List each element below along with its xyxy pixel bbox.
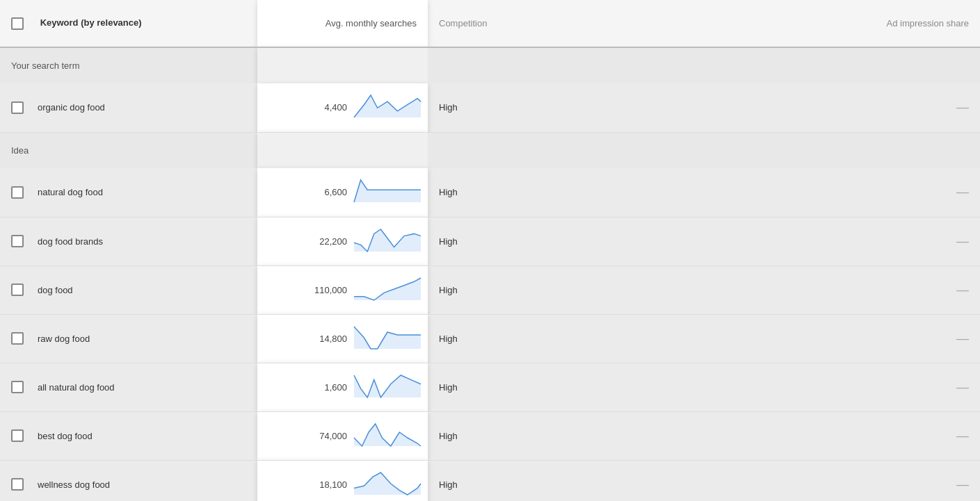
row-checkbox[interactable] (11, 381, 24, 393)
keyword-text: organic dog food (38, 102, 105, 113)
searches-cell: 110,000 (257, 265, 428, 314)
table-row[interactable]: wellness dog food 18,100 High — (0, 460, 980, 501)
section-header-row: Your search term (0, 47, 980, 83)
ad-column-header[interactable]: Ad impression share (636, 0, 980, 47)
sparkline-chart (353, 228, 422, 255)
competition-cell: High (428, 265, 636, 314)
searches-cell: 74,000 (257, 411, 428, 460)
competition-cell: High (428, 314, 636, 363)
keyword-cell: natural dog food (0, 168, 257, 217)
ad-cell: — (636, 460, 980, 501)
keyword-cell: organic dog food (0, 83, 257, 132)
section-competition-cell (428, 47, 636, 83)
keyword-cell: best dog food (0, 411, 257, 460)
searches-cell: 4,400 (257, 83, 428, 132)
row-checkbox[interactable] (11, 332, 24, 345)
keyword-text: dog food (38, 285, 73, 295)
searches-cell: 6,600 (257, 168, 428, 217)
searches-number: 6,600 (309, 187, 347, 197)
keyword-text: dog food brands (38, 236, 103, 247)
sparkline-chart (353, 94, 422, 121)
table-row[interactable]: dog food 110,000 High — (0, 265, 980, 314)
searches-cell: 14,800 (257, 314, 428, 363)
searches-number: 1,600 (309, 382, 347, 393)
searches-number: 4,400 (309, 102, 347, 113)
searches-cell: 1,600 (257, 363, 428, 411)
competition-col-label: Competition (439, 18, 487, 28)
sparkline-chart (353, 277, 422, 304)
ad-cell: — (636, 83, 980, 132)
searches-col-label: Avg. monthly searches (326, 18, 417, 28)
keyword-planner-table: Keyword (by relevance) Avg. monthly sear… (0, 0, 980, 501)
sparkline-chart (353, 325, 422, 352)
keyword-text: natural dog food (38, 187, 103, 197)
sparkline-chart (353, 422, 422, 450)
searches-number: 18,100 (309, 479, 347, 490)
keyword-col-label: Keyword (by relevance) (40, 17, 142, 28)
keyword-cell: dog food brands (0, 217, 257, 265)
ad-cell: — (636, 363, 980, 411)
competition-cell: High (428, 460, 636, 501)
section-label: Idea (0, 132, 257, 168)
keyword-cell: wellness dog food (0, 460, 257, 501)
row-checkbox[interactable] (11, 429, 24, 442)
keyword-cell: dog food (0, 265, 257, 314)
row-checkbox[interactable] (11, 101, 24, 114)
section-label: Your search term (0, 47, 257, 83)
competition-cell: High (428, 411, 636, 460)
row-checkbox[interactable] (11, 235, 24, 247)
keyword-text: best dog food (38, 431, 93, 441)
section-ad-cell (636, 132, 980, 168)
keyword-text: all natural dog food (38, 382, 115, 393)
competition-cell: High (428, 168, 636, 217)
section-searches-cell (257, 47, 428, 83)
table-row[interactable]: natural dog food 6,600 High — (0, 168, 980, 217)
searches-number: 22,200 (309, 236, 347, 247)
table-row[interactable]: raw dog food 14,800 High — (0, 314, 980, 363)
table-row[interactable]: organic dog food 4,400 High — (0, 83, 980, 132)
searches-cell: 18,100 (257, 460, 428, 501)
keyword-text: raw dog food (38, 334, 90, 344)
row-checkbox[interactable] (11, 186, 24, 199)
sparkline-chart (353, 179, 422, 206)
competition-cell: High (428, 363, 636, 411)
competition-cell: High (428, 83, 636, 132)
keyword-text: wellness dog food (38, 479, 110, 490)
sparkline-chart (353, 471, 422, 498)
section-searches-cell (257, 132, 428, 168)
searches-number: 74,000 (309, 431, 347, 441)
keyword-cell: all natural dog food (0, 363, 257, 411)
keyword-cell: raw dog food (0, 314, 257, 363)
searches-column-header[interactable]: Avg. monthly searches (257, 0, 428, 47)
searches-cell: 22,200 (257, 217, 428, 265)
ad-cell: — (636, 265, 980, 314)
competition-column-header[interactable]: Competition (428, 0, 636, 47)
table-row[interactable]: dog food brands 22,200 High — (0, 217, 980, 265)
table-row[interactable]: best dog food 74,000 High — (0, 411, 980, 460)
section-ad-cell (636, 47, 980, 83)
select-all-checkbox[interactable] (11, 17, 24, 30)
ad-cell: — (636, 411, 980, 460)
section-competition-cell (428, 132, 636, 168)
ad-cell: — (636, 314, 980, 363)
row-checkbox[interactable] (11, 478, 24, 491)
competition-cell: High (428, 217, 636, 265)
ad-cell: — (636, 168, 980, 217)
keyword-column-header: Keyword (by relevance) (0, 0, 257, 47)
row-checkbox[interactable] (11, 284, 24, 296)
section-header-row: Idea (0, 132, 980, 168)
sparkline-chart (353, 374, 422, 401)
searches-number: 14,800 (309, 334, 347, 344)
searches-number: 110,000 (309, 285, 347, 295)
table-row[interactable]: all natural dog food 1,600 High — (0, 363, 980, 411)
ad-cell: — (636, 217, 980, 265)
ad-col-label: Ad impression share (887, 18, 970, 28)
